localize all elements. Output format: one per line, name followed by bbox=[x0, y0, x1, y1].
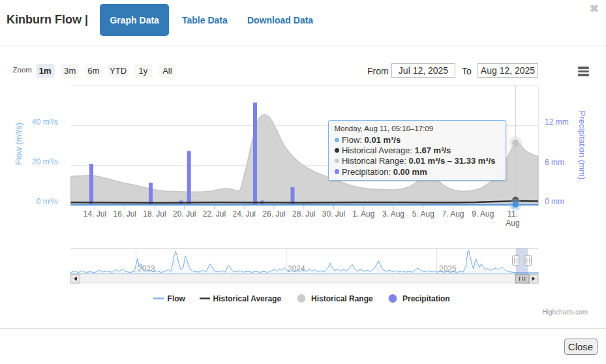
svg-text:0 m³/s: 0 m³/s bbox=[37, 197, 58, 206]
svg-text:30. Jul: 30. Jul bbox=[322, 209, 345, 219]
svg-text:11.: 11. bbox=[508, 209, 518, 219]
svg-text:26. Jul: 26. Jul bbox=[262, 209, 285, 219]
svg-text:18. Jul: 18. Jul bbox=[143, 209, 166, 219]
svg-text:9. Aug: 9. Aug bbox=[472, 209, 494, 219]
svg-text:Precipitation (mm): Precipitation (mm) bbox=[577, 111, 587, 179]
svg-text:40 m³/s: 40 m³/s bbox=[32, 117, 58, 127]
svg-text:1. Aug: 1. Aug bbox=[352, 209, 374, 219]
svg-text:28. Jul: 28. Jul bbox=[292, 209, 315, 219]
svg-text:20 m³/s: 20 m³/s bbox=[32, 157, 58, 166]
svg-text:6 mm: 6 mm bbox=[545, 158, 564, 167]
svg-text:0 mm: 0 mm bbox=[545, 197, 564, 206]
svg-text:14. Jul: 14. Jul bbox=[83, 209, 106, 219]
svg-text:20. Jul: 20. Jul bbox=[173, 209, 196, 219]
svg-text:3. Aug: 3. Aug bbox=[382, 209, 404, 219]
svg-text:22. Jul: 22. Jul bbox=[203, 209, 226, 219]
svg-text:7. Aug: 7. Aug bbox=[442, 209, 464, 219]
svg-text:5. Aug: 5. Aug bbox=[412, 209, 434, 219]
svg-text:Aug: Aug bbox=[506, 219, 519, 228]
svg-text:16. Jul: 16. Jul bbox=[114, 209, 136, 219]
svg-text:12 mm: 12 mm bbox=[545, 117, 569, 127]
svg-text:24. Jul: 24. Jul bbox=[233, 209, 256, 219]
svg-text:Flow (m³/s): Flow (m³/s) bbox=[14, 123, 23, 165]
